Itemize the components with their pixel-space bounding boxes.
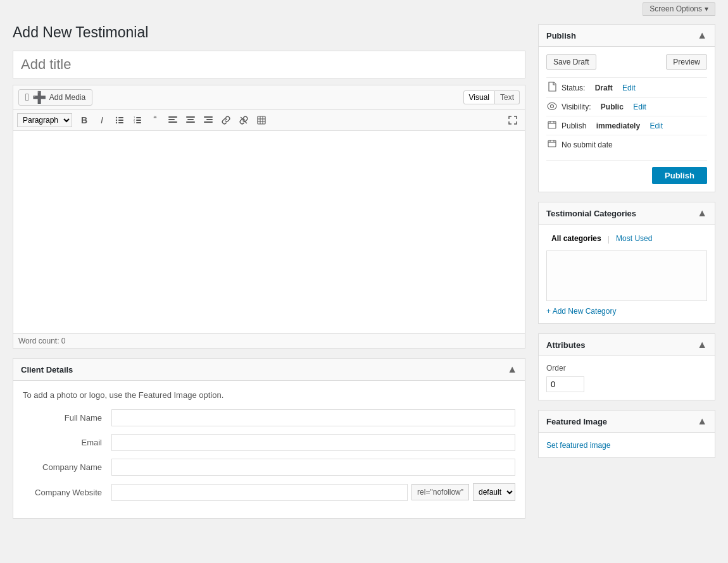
- svg-rect-12: [168, 116, 177, 118]
- svg-rect-6: [136, 117, 141, 118]
- order-input[interactable]: [546, 376, 584, 392]
- company-name-label: Company Name: [23, 462, 111, 472]
- company-name-input[interactable]: [111, 459, 515, 476]
- svg-rect-20: [204, 121, 213, 123]
- full-name-input[interactable]: [111, 409, 515, 426]
- editor-toolbar: Paragraph B I 123 “: [13, 110, 525, 131]
- client-details-title: Client Details: [21, 365, 73, 374]
- order-label: Order: [546, 364, 707, 373]
- categories-tabs: All categories | Most Used: [546, 232, 707, 245]
- publish-timing: immediately: [596, 121, 640, 130]
- visibility-value: Public: [601, 102, 624, 111]
- svg-point-4: [116, 120, 117, 121]
- calendar-icon: [546, 120, 558, 131]
- text-tab[interactable]: Text: [495, 90, 520, 104]
- tab-separator: |: [606, 232, 611, 245]
- publish-box-title: Publish: [546, 31, 576, 40]
- company-name-row: Company Name: [23, 459, 515, 476]
- categories-list: [546, 251, 707, 301]
- fullscreen-button[interactable]: [505, 113, 521, 128]
- set-featured-image-link[interactable]: Set featured image: [546, 441, 610, 450]
- all-categories-tab[interactable]: All categories: [546, 232, 606, 245]
- blockquote-button[interactable]: “: [147, 113, 163, 128]
- align-center-button[interactable]: [182, 113, 199, 128]
- editor-wrap:  ➕ Add Media Visual Text Paragraph B I: [13, 85, 525, 349]
- visibility-edit-link[interactable]: Edit: [633, 102, 646, 111]
- svg-rect-2: [118, 122, 123, 123]
- categories-box-title: Testimonial Categories: [546, 209, 636, 218]
- submit-icon: [546, 139, 558, 150]
- publish-box-header[interactable]: Publish ▲: [539, 25, 715, 47]
- publish-button[interactable]: Publish: [652, 167, 707, 184]
- publish-timing-row: Publish immediately Edit: [546, 116, 707, 135]
- svg-rect-14: [168, 121, 177, 123]
- status-row: Status: Draft Edit: [546, 77, 707, 97]
- link-button[interactable]: [218, 113, 234, 128]
- featured-image-box: Featured Image ▲ Set featured image: [538, 410, 715, 458]
- svg-rect-1: [118, 120, 123, 121]
- status-icon: [546, 82, 558, 94]
- add-new-category-link[interactable]: + Add New Category: [546, 307, 616, 316]
- website-row-inner: rel="nofollow" default: [111, 483, 515, 501]
- company-website-label: Company Website: [23, 488, 111, 497]
- attributes-box-header[interactable]: Attributes ▲: [539, 334, 715, 356]
- visibility-icon: [546, 102, 558, 112]
- categories-box-content: All categories | Most Used + Add New Cat…: [539, 225, 715, 323]
- svg-rect-33: [548, 140, 556, 147]
- status-edit-link[interactable]: Edit: [622, 84, 636, 92]
- editor-area[interactable]: [13, 131, 525, 333]
- align-left-button[interactable]: [165, 113, 181, 128]
- paragraph-select[interactable]: Paragraph: [17, 113, 72, 127]
- company-website-row: Company Website rel="nofollow" default: [23, 483, 515, 501]
- add-media-icon: : [25, 92, 29, 103]
- svg-point-5: [116, 122, 117, 123]
- table-button[interactable]: [253, 113, 270, 128]
- categories-box-header[interactable]: Testimonial Categories ▲: [539, 202, 715, 225]
- attributes-toggle-icon: ▲: [697, 339, 707, 350]
- most-used-tab[interactable]: Most Used: [611, 232, 657, 245]
- company-website-input[interactable]: [111, 484, 408, 501]
- page-title: Add New Testimonial: [13, 24, 525, 41]
- email-input[interactable]: [111, 434, 515, 451]
- default-select[interactable]: default: [473, 483, 515, 501]
- svg-rect-13: [168, 119, 175, 120]
- unordered-list-button[interactable]: [111, 113, 128, 128]
- save-draft-button[interactable]: Save Draft: [546, 54, 596, 70]
- ordered-list-button[interactable]: 123: [129, 113, 146, 128]
- title-input[interactable]: [13, 51, 525, 78]
- full-name-row: Full Name: [23, 409, 515, 426]
- publish-timing-edit-link[interactable]: Edit: [650, 121, 663, 130]
- svg-rect-0: [118, 117, 123, 118]
- svg-point-3: [116, 117, 117, 118]
- screen-options-chevron: ▾: [705, 4, 708, 13]
- rel-badge: rel="nofollow": [411, 484, 469, 500]
- svg-rect-29: [548, 121, 556, 128]
- screen-options-button[interactable]: Screen Options ▾: [643, 2, 715, 16]
- preview-button[interactable]: Preview: [666, 54, 707, 70]
- attributes-box-title: Attributes: [546, 340, 585, 350]
- client-details-box: Client Details ▲ To add a photo or logo,…: [13, 358, 525, 519]
- publish-btn-row: Publish: [546, 160, 707, 184]
- publish-box-content: Save Draft Preview Status: Draft Edit: [539, 47, 715, 192]
- add-media-icon-symbol: ➕: [32, 92, 46, 103]
- svg-rect-8: [136, 122, 141, 123]
- visual-tab[interactable]: Visual: [463, 90, 495, 104]
- view-tabs: Visual Text: [463, 90, 520, 104]
- no-submit-date-label: No submit date: [562, 140, 613, 149]
- featured-image-box-title: Featured Image: [546, 417, 607, 426]
- featured-image-box-header[interactable]: Featured Image ▲: [539, 411, 715, 433]
- bold-button[interactable]: B: [76, 113, 92, 128]
- publish-toggle-icon: ▲: [697, 30, 707, 41]
- add-media-label: Add Media: [49, 93, 85, 102]
- unlink-button[interactable]: [235, 113, 252, 128]
- testimonial-categories-box: Testimonial Categories ▲ All categories …: [538, 202, 715, 324]
- sidebar: Publish ▲ Save Draft Preview Status: Dra…: [538, 24, 715, 467]
- client-details-header[interactable]: Client Details ▲: [13, 359, 525, 381]
- align-right-button[interactable]: [200, 113, 217, 128]
- add-media-button[interactable]:  ➕ Add Media: [18, 89, 92, 106]
- status-value: Draft: [595, 84, 613, 92]
- italic-button[interactable]: I: [94, 113, 110, 128]
- photo-hint: To add a photo or logo, use the Featured…: [23, 390, 515, 400]
- publish-actions-row: Save Draft Preview: [546, 54, 707, 70]
- svg-rect-17: [186, 121, 195, 123]
